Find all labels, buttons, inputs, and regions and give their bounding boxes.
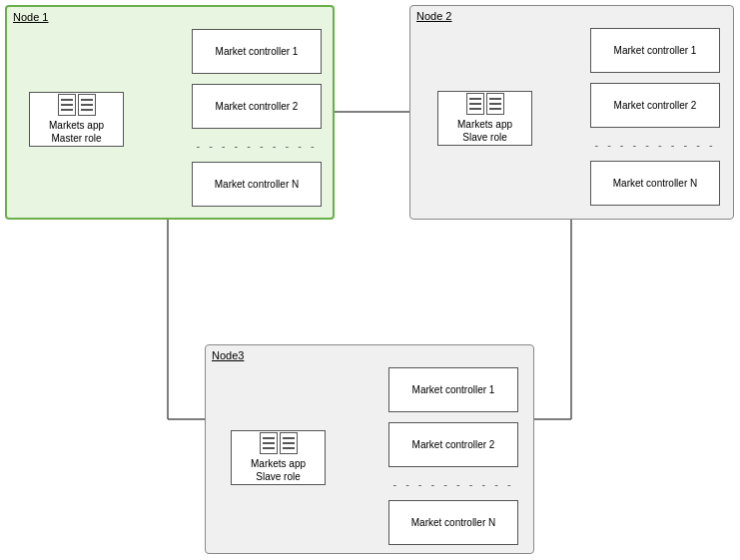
node3-controller-n: Market controller N xyxy=(388,500,518,545)
node2-markets-app: Markets app Slave role xyxy=(437,91,532,146)
node3-controller-1: Market controller 1 xyxy=(388,367,518,412)
node1-markets-app-text: Markets app Master role xyxy=(49,119,104,145)
node2-controller-2: Market controller 2 xyxy=(590,83,720,128)
node1-server-icons xyxy=(58,94,96,116)
node1-markets-app: Markets app Master role xyxy=(29,92,124,147)
node3-markets-app: Markets app Slave role xyxy=(231,430,326,485)
node3-dashes: - - - - - - - - - - xyxy=(388,478,518,490)
node1-controller-1: Market controller 1 xyxy=(192,29,322,74)
node1-label: Node 1 xyxy=(13,11,48,23)
node2-server-icon-1 xyxy=(466,93,484,115)
node3-label: Node3 xyxy=(212,349,244,361)
node1-dashes: - - - - - - - - - - xyxy=(192,140,322,152)
node3-server-icon-2 xyxy=(280,432,298,454)
node3-controller-2: Market controller 2 xyxy=(388,422,518,467)
node3-markets-app-text: Markets app Slave role xyxy=(251,457,306,483)
node2-controller-1: Market controller 1 xyxy=(590,28,720,73)
node2: Node 2 Markets app Slave role Market con… xyxy=(409,5,734,220)
node2-server-icon-2 xyxy=(486,93,504,115)
node3: Node3 Markets app Slave role Market cont… xyxy=(205,344,534,554)
node1-controller-n: Market controller N xyxy=(192,162,322,207)
node1-server-icon-2 xyxy=(78,94,96,116)
node1-server-icon-1 xyxy=(58,94,76,116)
node3-server-icon-1 xyxy=(260,432,278,454)
node1: Node 1 Markets app Master role Market co… xyxy=(5,5,335,220)
node2-controller-n: Market controller N xyxy=(590,161,720,206)
node1-controller-2: Market controller 2 xyxy=(192,84,322,129)
node2-server-icons xyxy=(466,93,504,115)
diagram-container: Node 1 Markets app Master role Market co… xyxy=(0,0,740,560)
node2-markets-app-text: Markets app Slave role xyxy=(457,118,512,144)
node2-label: Node 2 xyxy=(416,10,451,22)
node2-dashes: - - - - - - - - - - xyxy=(590,139,720,151)
node3-server-icons xyxy=(260,432,298,454)
